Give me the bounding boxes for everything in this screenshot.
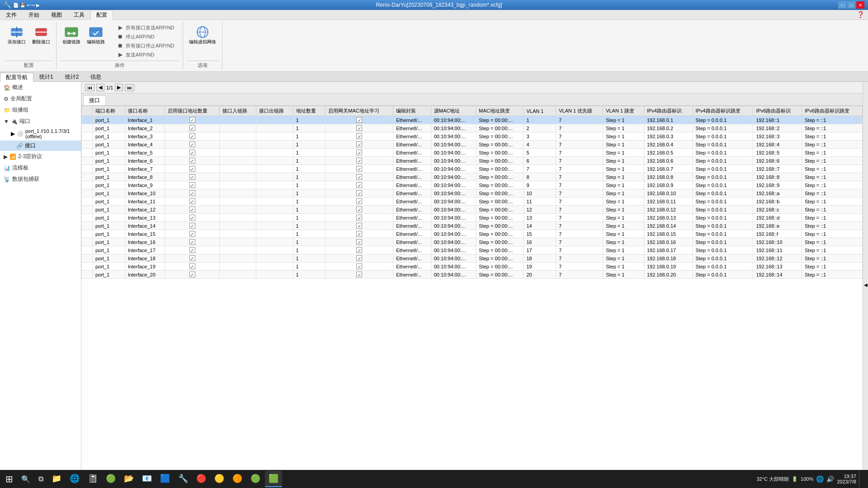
send-arp-button[interactable]: ▶ 发送ARP/ND bbox=[115, 51, 176, 59]
row-enabled-check[interactable] bbox=[189, 182, 195, 188]
row-gw-mac-check[interactable] bbox=[356, 190, 362, 196]
sidebar-item-layer23[interactable]: ▶ 📶 2-3层协议 bbox=[0, 151, 81, 162]
row-gw-mac-check[interactable] bbox=[356, 239, 362, 245]
row-gw-mac-check[interactable] bbox=[356, 166, 362, 172]
row-gw-mac-check[interactable] bbox=[356, 182, 362, 188]
tab-info[interactable]: 信息 bbox=[85, 72, 107, 81]
taskbar-app-7[interactable]: 🔧 bbox=[175, 471, 192, 487]
sidebar-item-port[interactable]: ▼ 🔌 端口 bbox=[0, 116, 81, 127]
table-row[interactable]: port_1 Interface_3 1 EthernetI/... 00:10… bbox=[82, 132, 863, 141]
table-row[interactable]: port_1 Interface_15 1 EthernetI/... 00:1… bbox=[82, 230, 863, 238]
tab-stat2[interactable]: 统计2 bbox=[59, 72, 85, 81]
search-button[interactable]: 🔍 bbox=[18, 471, 34, 487]
col-ipv6-step[interactable]: IPv6路由器标识跳变 bbox=[802, 106, 863, 116]
task-view-button[interactable]: ⧉ bbox=[35, 471, 47, 487]
nav-first-button[interactable]: ⏮ bbox=[85, 84, 94, 91]
row-enabled-check[interactable] bbox=[189, 223, 195, 229]
table-row[interactable]: port_1 Interface_14 1 EthernetI/... 00:1… bbox=[82, 222, 863, 230]
minimize-button[interactable]: ─ bbox=[838, 1, 846, 9]
create-route-button[interactable]: 创建链路 bbox=[60, 23, 83, 46]
table-row[interactable]: port_1 Interface_8 1 EthernetI/... 00:10… bbox=[82, 173, 863, 181]
table-row[interactable]: port_1 Interface_1 1 EthernetI/... 00:10… bbox=[82, 116, 863, 124]
row-enabled-check[interactable] bbox=[189, 198, 195, 204]
col-mac-step[interactable]: MAC地址跳变 bbox=[476, 106, 524, 116]
show-desktop-button[interactable] bbox=[859, 471, 863, 487]
interface-table-container[interactable]: 端口名称 接口名称 启用接口地址数量 接口入链路 接口出链路 地址数量 启用网关… bbox=[81, 106, 863, 478]
taskbar-app-onenote[interactable]: 📓 bbox=[84, 471, 101, 487]
table-row[interactable]: port_1 Interface_20 1 EthernetI/... 00:1… bbox=[82, 271, 863, 279]
sidebar-item-pcap[interactable]: 📡 数据包捕获 bbox=[0, 174, 81, 185]
row-enabled-check[interactable] bbox=[189, 150, 195, 155]
right-collapse-button[interactable]: ◀ bbox=[863, 82, 868, 488]
col-interface[interactable]: 接口名称 bbox=[125, 106, 165, 116]
table-row[interactable]: port_1 Interface_12 1 EthernetI/... 00:1… bbox=[82, 206, 863, 214]
table-row[interactable]: port_1 Interface_2 1 EthernetI/... 00:10… bbox=[82, 124, 863, 132]
row-enabled-check[interactable] bbox=[189, 174, 195, 180]
row-gw-mac-check[interactable] bbox=[356, 141, 362, 147]
taskbar-app-11[interactable]: 🟢 bbox=[247, 471, 264, 487]
row-gw-mac-check[interactable] bbox=[356, 255, 362, 261]
sidebar-item-overview[interactable]: 🏠 概述 bbox=[0, 82, 81, 93]
table-row[interactable]: port_1 Interface_10 1 EthernetI/... 00:1… bbox=[82, 189, 863, 197]
row-enabled-check[interactable] bbox=[189, 215, 195, 221]
row-gw-mac-check[interactable] bbox=[356, 215, 362, 221]
row-enabled-check[interactable] bbox=[189, 133, 195, 139]
row-enabled-check[interactable] bbox=[189, 263, 195, 269]
row-enabled-check[interactable] bbox=[189, 272, 195, 277]
taskbar-app-renix[interactable]: 🟩 bbox=[265, 471, 282, 487]
row-enabled-check[interactable] bbox=[189, 158, 195, 164]
row-enabled-check[interactable] bbox=[189, 166, 195, 172]
table-row[interactable]: port_1 Interface_17 1 EthernetI/... 00:1… bbox=[82, 246, 863, 254]
col-port[interactable]: 端口名称 bbox=[92, 106, 125, 116]
sidebar-item-global-config[interactable]: ⚙ 全局配置 bbox=[0, 93, 81, 104]
table-row[interactable]: port_1 Interface_13 1 EthernetI/... 00:1… bbox=[82, 214, 863, 222]
row-gw-mac-check[interactable] bbox=[356, 125, 362, 131]
row-enabled-check[interactable] bbox=[189, 117, 195, 123]
row-gw-mac-check[interactable] bbox=[356, 117, 362, 123]
tab-view[interactable]: 视图 bbox=[45, 10, 68, 20]
ribbon-help-icon[interactable]: ❓ bbox=[853, 10, 868, 19]
row-enabled-check[interactable] bbox=[189, 239, 195, 245]
col-addr-count[interactable]: 启用接口地址数量 bbox=[165, 106, 220, 116]
row-enabled-check[interactable] bbox=[189, 141, 195, 147]
table-row[interactable]: port_1 Interface_5 1 EthernetI/... 00:10… bbox=[82, 149, 863, 157]
nav-last-button[interactable]: ⏭ bbox=[125, 84, 134, 91]
add-port-button[interactable]: 添加接口 bbox=[5, 23, 28, 46]
row-enabled-check[interactable] bbox=[189, 255, 195, 261]
sidebar-item-port-1[interactable]: ▶ ⚪ port_1 //10.1.1.7/3/1 (offline) bbox=[0, 127, 81, 141]
col-in-route[interactable]: 接口入链路 bbox=[219, 106, 256, 116]
row-enabled-check[interactable] bbox=[189, 190, 195, 196]
row-gw-mac-check[interactable] bbox=[356, 231, 362, 237]
window-controls[interactable]: ─ □ ✕ bbox=[838, 1, 864, 9]
nav-prev-button[interactable]: ◀ bbox=[96, 84, 104, 91]
tab-config-guide[interactable]: 配置导航 bbox=[0, 73, 33, 82]
tab-stat1[interactable]: 统计1 bbox=[33, 72, 59, 81]
row-gw-mac-check[interactable] bbox=[356, 263, 362, 269]
taskbar-app-10[interactable]: 🟠 bbox=[229, 471, 246, 487]
table-row[interactable]: port_1 Interface_16 1 EthernetI/... 00:1… bbox=[82, 238, 863, 246]
table-row[interactable]: port_1 Interface_4 1 EthernetI/... 00:10… bbox=[82, 141, 863, 149]
del-port-button[interactable]: 删除接口 bbox=[30, 23, 52, 46]
start-button[interactable]: ⊞ bbox=[2, 471, 17, 487]
tab-tools[interactable]: 工具 bbox=[68, 10, 90, 20]
col-vlan1-step[interactable]: VLAN 1 跳变 bbox=[603, 106, 644, 116]
col-ipv4-id[interactable]: IPv4路由器标识 bbox=[644, 106, 693, 116]
row-gw-mac-check[interactable] bbox=[356, 198, 362, 204]
taskbar-app-6[interactable]: 🟦 bbox=[156, 471, 174, 487]
row-gw-mac-check[interactable] bbox=[356, 174, 362, 180]
table-row[interactable]: port_1 Interface_7 1 EthernetI/... 00:10… bbox=[82, 165, 863, 173]
table-row[interactable]: port_1 Interface_6 1 EthernetI/... 00:10… bbox=[82, 157, 863, 165]
row-gw-mac-check[interactable] bbox=[356, 206, 362, 212]
table-row[interactable]: port_1 Interface_11 1 EthernetI/... 00:1… bbox=[82, 197, 863, 206]
tab-start[interactable]: 开始 bbox=[23, 10, 45, 20]
col-vlan1-pri[interactable]: VLAN 1 优先级 bbox=[556, 106, 603, 116]
send-arp-nd-button[interactable]: ▶ 所有接口发送ARP/ND bbox=[115, 23, 176, 32]
col-encap[interactable]: 编辑封装 bbox=[393, 106, 431, 116]
taskbar-app-3[interactable]: 🟢 bbox=[102, 471, 119, 487]
taskbar-app-4[interactable]: 📂 bbox=[120, 471, 137, 487]
tab-config[interactable]: 配置 bbox=[90, 10, 113, 20]
col-ipv6-id[interactable]: IPv6路由器标识 bbox=[753, 106, 802, 116]
tab-file[interactable]: 文件 bbox=[0, 10, 23, 20]
content-tab-interface[interactable]: 接口 bbox=[83, 95, 106, 105]
taskbar-app-edge[interactable]: 🌐 bbox=[66, 471, 83, 487]
